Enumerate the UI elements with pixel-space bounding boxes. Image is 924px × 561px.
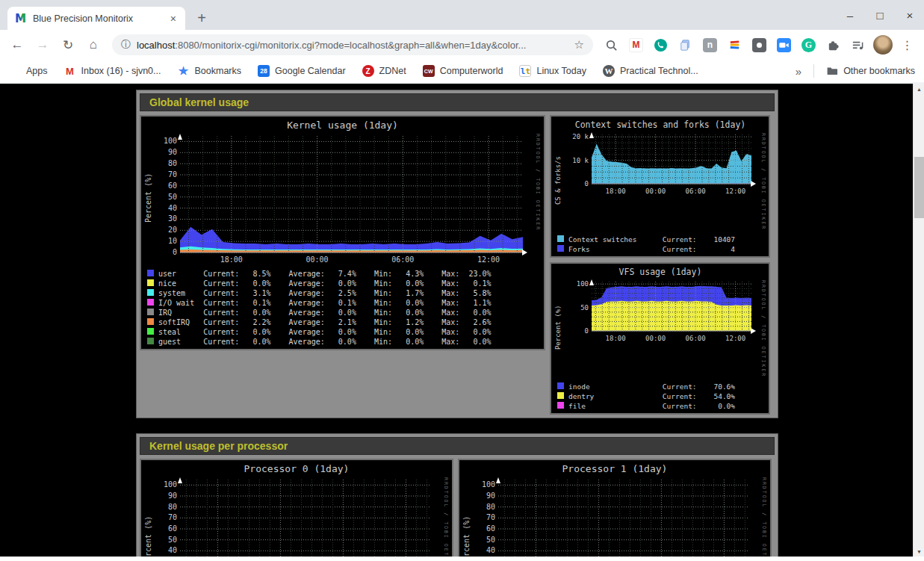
minimize-button[interactable]: – bbox=[845, 9, 855, 22]
rrdtool-watermark: RRDTOOL / TOBI OETIKER bbox=[758, 475, 767, 557]
graph-vfs-usage[interactable]: VFS usage (1day) Percent (%) 05010018:00… bbox=[550, 262, 770, 415]
vertical-scrollbar[interactable]: ▲ ▼ bbox=[913, 84, 924, 557]
kernel-usage-legend: user Current: 8.5% Average: 7.4% Min: 4.… bbox=[144, 264, 541, 346]
scroll-down-icon[interactable]: ▼ bbox=[914, 546, 924, 557]
graph-title: Processor 0 (1day) bbox=[144, 462, 449, 475]
kernel-usage-plot: 010203040506070809010018:0000:0006:0012:… bbox=[155, 131, 532, 264]
graph-context-switches[interactable]: Context switches and forks (1day) CS & f… bbox=[550, 115, 770, 258]
svg-text:12:00: 12:00 bbox=[477, 255, 500, 264]
menu-kebab-icon[interactable]: ⋮ bbox=[896, 34, 918, 56]
page-info-icon[interactable]: ⓘ bbox=[121, 38, 131, 52]
gmail-extension-icon[interactable]: M bbox=[625, 34, 647, 56]
svg-text:12:00: 12:00 bbox=[725, 187, 745, 195]
bookmark-apps[interactable]: Apps bbox=[9, 65, 48, 77]
browser-window: M M Blue Precision Monitorix × + – □ × ←… bbox=[0, 0, 924, 561]
legend-text: user Current: 8.5% Average: 7.4% Min: 4.… bbox=[158, 270, 492, 278]
close-button[interactable]: × bbox=[905, 9, 915, 22]
home-button[interactable]: ⌂ bbox=[82, 34, 105, 56]
svg-text:06:00: 06:00 bbox=[686, 335, 706, 342]
svg-text:100: 100 bbox=[482, 481, 495, 489]
bookmark-google-calendar[interactable]: 28 Google Calendar bbox=[258, 65, 346, 77]
grammarly-extension-icon[interactable]: G bbox=[798, 34, 819, 56]
svg-text:18:00: 18:00 bbox=[606, 335, 626, 342]
legend-swatch bbox=[147, 318, 154, 325]
bookmark-computerworld[interactable]: CW Computerworld bbox=[423, 65, 503, 77]
svg-text:40: 40 bbox=[168, 204, 177, 212]
puzzle-extensions-icon[interactable] bbox=[822, 34, 844, 56]
section-global-kernel-usage: Global kernel usage Kernel usage (1day) … bbox=[136, 90, 778, 418]
graph-processor-0[interactable]: Processor 0 (1day) Percent (%) 010203040… bbox=[140, 459, 453, 557]
legend-row: IRQ Current: 0.0% Average: 0.0% Min: 0.0… bbox=[147, 307, 541, 317]
computerworld-icon: CW bbox=[423, 65, 435, 77]
bookmarks-overflow-chevron[interactable]: » bbox=[796, 65, 801, 78]
address-bar[interactable]: ⓘ localhost:8080/monitorix-cgi/monitorix… bbox=[112, 34, 593, 55]
browser-tab[interactable]: M M Blue Precision Monitorix × bbox=[7, 7, 185, 30]
section-title: Kernel usage per processor bbox=[140, 437, 775, 455]
bookmarks-divider bbox=[813, 64, 814, 78]
scroll-up-icon[interactable]: ▲ bbox=[914, 84, 924, 94]
bookmark-zdnet[interactable]: Z ZDNet bbox=[362, 65, 406, 77]
calendar-icon: 28 bbox=[258, 65, 270, 77]
new-tab-button[interactable]: + bbox=[191, 7, 212, 28]
other-bookmarks[interactable]: Other bookmarks bbox=[826, 65, 915, 77]
legend-text: Forks Current: 4 bbox=[568, 245, 735, 253]
profile-avatar[interactable] bbox=[872, 34, 893, 56]
apps-grid-icon bbox=[9, 65, 21, 77]
svg-text:06:00: 06:00 bbox=[686, 187, 706, 195]
search-icon[interactable] bbox=[601, 34, 622, 56]
bookmark-inbox[interactable]: M Inbox (16) - sjvn0... bbox=[64, 65, 161, 77]
svg-text:50: 50 bbox=[168, 193, 177, 201]
legend-text: system Current: 3.1% Average: 2.5% Min: … bbox=[158, 289, 492, 297]
reload-button[interactable]: ↻ bbox=[57, 34, 79, 56]
toolbar: ← → ↻ ⌂ ⓘ localhost:8080/monitorix-cgi/m… bbox=[0, 30, 924, 60]
books-extension-icon[interactable] bbox=[724, 34, 745, 56]
svg-text:90: 90 bbox=[168, 492, 177, 500]
svg-text:100: 100 bbox=[164, 137, 177, 145]
url-text[interactable]: localhost:8080/monitorix-cgi/monitorix.c… bbox=[137, 40, 568, 51]
y-axis-label: Percent (%) bbox=[144, 475, 155, 557]
graph-processor-1[interactable]: Processor 1 (1day) Percent (%) 010203040… bbox=[458, 459, 772, 557]
rrdtool-watermark: RRDTOOL / TOBI OETIKER bbox=[757, 131, 766, 230]
legend-row: I/O wait Current: 0.1% Average: 0.1% Min… bbox=[147, 297, 541, 307]
titlebar: M M Blue Precision Monitorix × + – □ × bbox=[0, 0, 924, 30]
svg-text:60: 60 bbox=[168, 182, 177, 190]
legend-row: Context switches Current: 10407 bbox=[557, 234, 766, 244]
svg-text:0: 0 bbox=[585, 327, 589, 335]
forward-button[interactable]: → bbox=[31, 34, 54, 56]
legend-text: inode Current: 70.6% bbox=[568, 382, 735, 391]
app-extension-icon[interactable]: n bbox=[699, 34, 721, 56]
legend-text: I/O wait Current: 0.1% Average: 0.1% Min… bbox=[158, 299, 492, 307]
y-axis-label: Percent (%) bbox=[554, 278, 565, 377]
copy-pages-extension-icon[interactable] bbox=[675, 34, 696, 56]
url-host: localhost bbox=[137, 40, 175, 51]
bookmark-practical-technology[interactable]: W Practical Technol... bbox=[603, 65, 698, 77]
rrdtool-watermark: RRDTOOL / TOBI OETIKER bbox=[440, 475, 449, 557]
graph-kernel-usage[interactable]: Kernel usage (1day) Percent (%) 01020304… bbox=[140, 115, 545, 350]
bookmark-linux-today[interactable]: lt Linux Today bbox=[519, 65, 586, 77]
svg-text:0: 0 bbox=[585, 180, 589, 187]
tab-close-icon[interactable]: × bbox=[169, 13, 178, 25]
legend-text: IRQ Current: 0.0% Average: 0.0% Min: 0.0… bbox=[158, 309, 492, 317]
playlist-icon[interactable] bbox=[847, 34, 869, 56]
legend-swatch bbox=[147, 309, 154, 315]
svg-text:50: 50 bbox=[486, 536, 495, 544]
camera-extension-icon[interactable] bbox=[773, 34, 795, 56]
svg-text:80: 80 bbox=[168, 159, 177, 167]
bookmark-star-icon[interactable]: ☆ bbox=[574, 38, 584, 52]
device-extension-icon[interactable] bbox=[748, 34, 770, 56]
legend-swatch bbox=[557, 235, 564, 242]
monitorix-favicon-icon: M M bbox=[15, 13, 27, 25]
maximize-button[interactable]: □ bbox=[875, 9, 885, 22]
svg-text:50: 50 bbox=[168, 536, 177, 544]
legend-row: guest Current: 0.0% Average: 0.0% Min: 0… bbox=[147, 336, 541, 346]
legend-swatch bbox=[147, 338, 154, 344]
scrollbar-thumb[interactable] bbox=[914, 157, 924, 218]
bookmark-bookmarks[interactable]: ★ Bookmarks bbox=[178, 65, 242, 77]
legend-row: softIRQ Current: 2.2% Average: 2.1% Min:… bbox=[147, 317, 541, 326]
back-button[interactable]: ← bbox=[6, 34, 28, 56]
legend-swatch bbox=[557, 382, 564, 389]
voice-extension-icon[interactable] bbox=[650, 34, 672, 56]
gmail-icon: M bbox=[64, 65, 76, 77]
legend-row: system Current: 3.1% Average: 2.5% Min: … bbox=[147, 288, 541, 297]
star-icon: ★ bbox=[178, 65, 190, 77]
